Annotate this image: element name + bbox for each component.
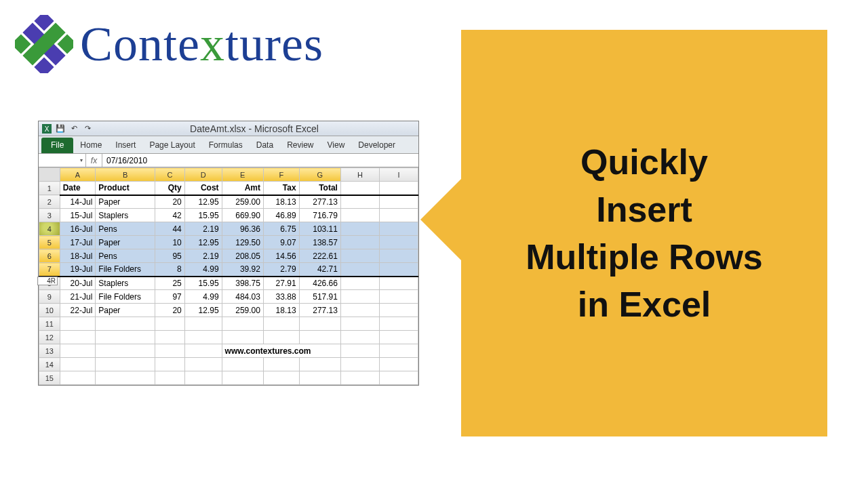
cell[interactable]: [155, 331, 184, 344]
cell[interactable]: [379, 371, 418, 385]
cell[interactable]: 222.61: [299, 249, 340, 263]
cell[interactable]: [184, 371, 222, 385]
cell[interactable]: [379, 249, 418, 263]
cell[interactable]: 2.19: [184, 249, 222, 263]
cell[interactable]: [379, 209, 418, 222]
worksheet-grid[interactable]: ABCDEFGHI 1DateProductQtyCostAmtTaxTotal…: [39, 167, 418, 385]
tab-insert[interactable]: Insert: [108, 138, 142, 153]
cell[interactable]: [379, 304, 418, 317]
row-header[interactable]: 10: [39, 304, 60, 317]
header-cell[interactable]: Amt: [222, 182, 263, 195]
col-header-A[interactable]: A: [60, 168, 96, 182]
row-header[interactable]: 4: [39, 222, 60, 236]
cell[interactable]: Paper: [96, 236, 155, 249]
cell[interactable]: [340, 304, 379, 317]
cell[interactable]: 208.05: [222, 249, 263, 263]
cell[interactable]: Paper: [96, 304, 155, 317]
cell[interactable]: [263, 371, 299, 385]
cell[interactable]: [340, 317, 379, 331]
cell[interactable]: 33.88: [263, 290, 299, 304]
cell[interactable]: 14.56: [263, 249, 299, 263]
cell[interactable]: 14-Jul: [60, 195, 96, 209]
cell[interactable]: [155, 358, 184, 371]
row-header[interactable]: 6: [39, 249, 60, 263]
cell[interactable]: [340, 249, 379, 263]
cell[interactable]: 18.13: [263, 304, 299, 317]
cell[interactable]: 42.71: [299, 263, 340, 277]
cell[interactable]: 15.95: [184, 209, 222, 222]
cell[interactable]: [340, 344, 379, 358]
cell[interactable]: 2.19: [184, 222, 222, 236]
cell[interactable]: [222, 331, 263, 344]
header-cell[interactable]: Date: [60, 182, 96, 195]
cell[interactable]: [96, 331, 155, 344]
cell[interactable]: [184, 317, 222, 331]
cell[interactable]: [340, 290, 379, 304]
cell[interactable]: File Folders: [96, 290, 155, 304]
col-header-G[interactable]: G: [299, 168, 340, 182]
tab-formulas[interactable]: Formulas: [202, 138, 250, 153]
cell[interactable]: 138.57: [299, 236, 340, 249]
cell[interactable]: 259.00: [222, 304, 263, 317]
tab-data[interactable]: Data: [250, 138, 280, 153]
fx-icon[interactable]: fx: [86, 154, 102, 167]
cell[interactable]: [340, 277, 379, 290]
redo-icon[interactable]: ↷: [82, 123, 93, 134]
undo-icon[interactable]: ↶: [68, 123, 79, 134]
cell[interactable]: [379, 290, 418, 304]
cell[interactable]: 19-Jul: [60, 263, 96, 277]
row-header[interactable]: 2: [39, 195, 60, 209]
cell[interactable]: 103.11: [299, 222, 340, 236]
cell[interactable]: [379, 344, 418, 358]
cell[interactable]: Pens: [96, 249, 155, 263]
row-header[interactable]: 5: [39, 236, 60, 249]
col-header-C[interactable]: C: [155, 168, 184, 182]
cell[interactable]: [263, 317, 299, 331]
row-header[interactable]: 12: [39, 331, 60, 344]
cell[interactable]: [184, 331, 222, 344]
cell[interactable]: [299, 317, 340, 331]
cell[interactable]: 9.07: [263, 236, 299, 249]
name-box[interactable]: ▾: [39, 154, 86, 167]
row-header[interactable]: 7: [39, 263, 60, 277]
cell[interactable]: [379, 317, 418, 331]
cell[interactable]: Pens: [96, 222, 155, 236]
cell[interactable]: 42: [155, 209, 184, 222]
cell[interactable]: [60, 317, 96, 331]
col-header-B[interactable]: B: [96, 168, 155, 182]
row-header[interactable]: 14: [39, 358, 60, 371]
cell[interactable]: [96, 317, 155, 331]
row-header[interactable]: 13: [39, 344, 60, 358]
cell[interactable]: [379, 358, 418, 371]
cell[interactable]: 12.95: [184, 236, 222, 249]
cell[interactable]: [222, 371, 263, 385]
tab-developer[interactable]: Developer: [351, 138, 402, 153]
cell[interactable]: [379, 236, 418, 249]
cell[interactable]: [263, 331, 299, 344]
cell[interactable]: 44: [155, 222, 184, 236]
tab-file[interactable]: File: [41, 138, 73, 153]
cell[interactable]: [379, 222, 418, 236]
cell[interactable]: [379, 331, 418, 344]
formula-input[interactable]: 07/16/2010: [102, 156, 418, 165]
cell[interactable]: [222, 358, 263, 371]
cell[interactable]: [60, 358, 96, 371]
cell[interactable]: 20-Jul: [60, 277, 96, 290]
cell[interactable]: 277.13: [299, 195, 340, 209]
row-header[interactable]: 9: [39, 290, 60, 304]
worksheet-area[interactable]: ABCDEFGHI 1DateProductQtyCostAmtTaxTotal…: [39, 167, 418, 385]
cell[interactable]: [379, 263, 418, 277]
col-header-I[interactable]: I: [379, 168, 418, 182]
cell[interactable]: 18-Jul: [60, 249, 96, 263]
cell[interactable]: [340, 358, 379, 371]
cell[interactable]: 277.13: [299, 304, 340, 317]
cell[interactable]: www.contextures.com: [222, 344, 340, 358]
cell[interactable]: 2.79: [263, 263, 299, 277]
cell[interactable]: 484.03: [222, 290, 263, 304]
cell[interactable]: 20: [155, 304, 184, 317]
header-cell[interactable]: [340, 182, 379, 195]
cell[interactable]: [379, 277, 418, 290]
col-header-D[interactable]: D: [184, 168, 222, 182]
cell[interactable]: 398.75: [222, 277, 263, 290]
cell[interactable]: 12.95: [184, 195, 222, 209]
